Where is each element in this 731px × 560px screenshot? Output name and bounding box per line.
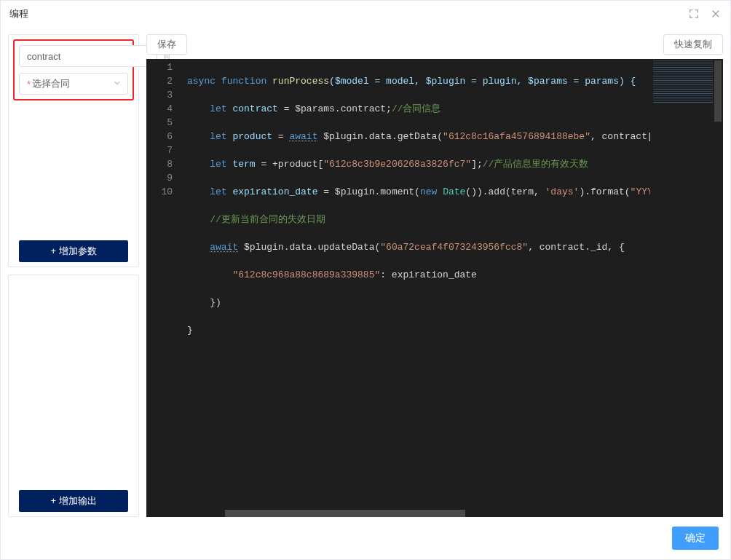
code-area[interactable]: async function runProcess($model = model… [181, 59, 650, 517]
scrollbar-thumb[interactable] [714, 60, 722, 122]
dialog-header: 编程 [1, 1, 730, 27]
add-output-button[interactable]: + 增加输出 [19, 490, 128, 512]
left-panel: * 选择合同 + 增加参数 + 增加输出 [8, 34, 139, 517]
header-actions [688, 8, 722, 20]
outputs-section: + 增加输出 [8, 275, 139, 517]
vertical-scrollbar[interactable] [713, 59, 723, 517]
right-panel: 保存 快速复制 1 2 3 4 5 6 7 8 9 10 async funct… [146, 34, 723, 517]
param-select-row: * 选择合同 [19, 73, 128, 95]
chevron-down-icon [113, 79, 122, 90]
fullscreen-icon[interactable] [688, 8, 700, 20]
param-row [19, 45, 128, 67]
dialog-body: * 选择合同 + 增加参数 + 增加输出 保 [1, 27, 730, 517]
params-section: * 选择合同 + 增加参数 [8, 34, 139, 267]
editor-toolbar: 保存 快速复制 [146, 34, 723, 55]
line-gutter: 1 2 3 4 5 6 7 8 9 10 [146, 59, 181, 517]
dialog: 编程 [0, 0, 731, 560]
ok-button[interactable]: 确定 [672, 527, 719, 550]
dialog-title: 编程 [9, 7, 28, 20]
code-editor[interactable]: 1 2 3 4 5 6 7 8 9 10 async function runP… [146, 59, 723, 517]
close-icon[interactable] [710, 8, 722, 20]
horizontal-scrollbar[interactable] [181, 510, 650, 517]
param-name-input[interactable] [19, 45, 157, 67]
save-button[interactable]: 保存 [146, 34, 187, 55]
minimap[interactable] [650, 59, 723, 517]
add-param-button[interactable]: + 增加参数 [19, 240, 128, 262]
dialog-footer: 确定 [1, 517, 730, 559]
minimap-content [653, 60, 720, 104]
select-placeholder: 选择合同 [32, 77, 70, 90]
param-box: * 选择合同 [13, 39, 134, 100]
quick-copy-button[interactable]: 快速复制 [663, 34, 723, 55]
param-type-select[interactable]: * 选择合同 [19, 73, 128, 95]
hscroll-thumb[interactable] [225, 510, 465, 517]
